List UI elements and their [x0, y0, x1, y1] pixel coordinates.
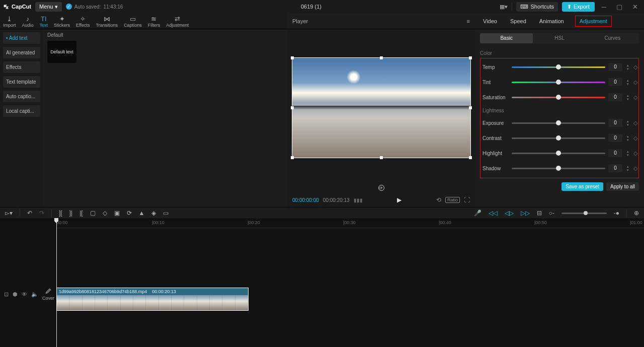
- snap2-icon[interactable]: ◁▷: [505, 210, 514, 217]
- sidebar-item-text-template[interactable]: Text template: [3, 76, 40, 88]
- tool-adjustment[interactable]: ⇄Adjustment: [163, 13, 192, 29]
- sidebar-item-ai-generated[interactable]: AI generated: [3, 47, 40, 58]
- mute-icon[interactable]: 🔈: [31, 291, 38, 298]
- sidebar-item-effects[interactable]: Effects: [3, 61, 40, 73]
- slider-track-exposure[interactable]: [512, 122, 605, 124]
- sidebar-item--add-text[interactable]: • Add text: [3, 32, 40, 44]
- slider-knob-contrast[interactable]: [556, 135, 561, 141]
- mirror-icon[interactable]: ▲: [139, 210, 145, 217]
- slider-stepper-contrast[interactable]: ▴▾: [625, 134, 630, 142]
- slider-stepper-highlight[interactable]: ▴▾: [625, 149, 630, 157]
- zoom-fit-icon[interactable]: ⊕: [634, 210, 639, 217]
- subtab-basic[interactable]: Basic: [480, 33, 533, 43]
- player-canvas[interactable]: [292, 57, 471, 158]
- snap1-icon[interactable]: ◁◁: [489, 210, 498, 217]
- visibility-icon[interactable]: ⬢: [13, 291, 18, 298]
- slider-value-saturation[interactable]: 0: [608, 93, 622, 101]
- slider-value-shadow[interactable]: 0: [608, 164, 622, 172]
- inspector-tab-adjustment[interactable]: Adjustment: [575, 16, 612, 27]
- inspector-tab-video[interactable]: Video: [481, 16, 499, 26]
- tool-import[interactable]: ⤓Import: [0, 13, 19, 29]
- pointer-tool-icon[interactable]: ▻▾: [5, 210, 13, 217]
- subtab-curves[interactable]: Curves: [586, 33, 639, 43]
- slider-value-highlight[interactable]: 0: [608, 149, 622, 157]
- slider-stepper-tint[interactable]: ▴▾: [625, 78, 630, 86]
- minimize-button[interactable]: ─: [599, 3, 609, 11]
- keyframe-temp[interactable]: ◇: [633, 64, 637, 71]
- slider-knob-tint[interactable]: [556, 80, 561, 85]
- slider-track-highlight[interactable]: [512, 153, 605, 154]
- tool-filters[interactable]: ≋Filters: [145, 13, 164, 29]
- keyframe-tint[interactable]: ◇: [633, 79, 637, 86]
- tool-transitions[interactable]: ⋈Transitions: [93, 13, 121, 29]
- zoom-out-icon[interactable]: ○-: [549, 210, 554, 217]
- timeline-tracks[interactable]: 00:00|00:10|00:20|00:30|00:40|00:50|01:0…: [56, 219, 644, 347]
- undo-icon[interactable]: ↶: [27, 210, 32, 217]
- lock-icon[interactable]: ⊡: [4, 291, 9, 298]
- zoom-slider[interactable]: [561, 213, 607, 214]
- scale-icon[interactable]: ⟲: [436, 196, 441, 203]
- split-icon[interactable]: ][: [59, 210, 62, 217]
- default-text-thumb[interactable]: Default text: [47, 41, 76, 63]
- rotate-icon[interactable]: ◈: [151, 210, 156, 217]
- maximize-button[interactable]: ▢: [613, 3, 625, 11]
- play-button[interactable]: ▶: [397, 196, 401, 203]
- freeze-icon[interactable]: ▭: [163, 210, 169, 217]
- tool-stickers[interactable]: ✦Stickers: [51, 13, 73, 29]
- crop-icon[interactable]: ▢: [90, 210, 96, 217]
- slider-knob-saturation[interactable]: [556, 95, 561, 100]
- slider-stepper-saturation[interactable]: ▴▾: [625, 93, 630, 101]
- tool-captions[interactable]: ▭Captions: [121, 13, 145, 29]
- redo-icon[interactable]: ↷: [39, 210, 44, 217]
- tool-text[interactable]: TIText: [37, 13, 51, 29]
- zoom-in-icon[interactable]: -●: [614, 210, 619, 217]
- save-preset-button[interactable]: Save as preset: [561, 182, 603, 191]
- menu-button[interactable]: Menu ▾: [35, 2, 62, 12]
- keyframe-shadow[interactable]: ◇: [633, 165, 637, 172]
- split-right-icon[interactable]: |[: [79, 210, 83, 217]
- player-rotate-icon[interactable]: ⟳: [378, 185, 384, 191]
- inspector-tab-speed[interactable]: Speed: [508, 16, 528, 26]
- playhead[interactable]: [56, 219, 57, 347]
- slider-value-contrast[interactable]: 0: [608, 134, 622, 142]
- tool-audio[interactable]: ♪Audio: [19, 13, 37, 29]
- slider-track-tint[interactable]: [512, 82, 605, 83]
- slider-value-exposure[interactable]: 0: [608, 119, 622, 127]
- slider-track-shadow[interactable]: [512, 168, 605, 169]
- layout-icon[interactable]: ▦▾: [500, 4, 508, 10]
- slider-knob-shadow[interactable]: [556, 166, 561, 171]
- keyframe-saturation[interactable]: ◇: [633, 94, 637, 101]
- inspector-tab-animation[interactable]: Animation: [537, 16, 566, 26]
- cover-button[interactable]: Cover: [42, 288, 54, 301]
- apply-all-button[interactable]: Apply to all: [606, 182, 639, 191]
- split-left-icon[interactable]: ]|: [69, 210, 72, 217]
- slider-track-saturation[interactable]: [512, 97, 605, 98]
- keyframe-exposure[interactable]: ◇: [633, 120, 637, 126]
- sidebar-item-local-capti-[interactable]: Local capti...: [3, 105, 40, 117]
- subtab-hsl[interactable]: HSL: [533, 33, 586, 43]
- snap3-icon[interactable]: ▷▷: [521, 210, 530, 217]
- ratio-button[interactable]: Ratio: [445, 197, 460, 203]
- marker-icon[interactable]: ◇: [103, 210, 107, 217]
- slider-value-temp[interactable]: 0: [608, 63, 622, 71]
- bars-icon[interactable]: ▮▮▮: [354, 197, 363, 203]
- slider-track-temp[interactable]: [512, 66, 605, 68]
- slider-value-tint[interactable]: 0: [608, 78, 622, 86]
- keyframe-contrast[interactable]: ◇: [633, 135, 637, 142]
- sidebar-item-auto-captio-[interactable]: Auto captio...: [3, 91, 40, 102]
- video-clip[interactable]: 1d99a992b8081812346706b9d74b188.mp4 00:0…: [56, 288, 249, 311]
- slider-knob-temp[interactable]: [556, 64, 561, 70]
- track-opt-icon[interactable]: ⊟: [537, 210, 542, 217]
- visibility2-icon[interactable]: 👁: [22, 291, 27, 298]
- slider-stepper-exposure[interactable]: ▴▾: [625, 119, 630, 127]
- mic-icon[interactable]: 🎤: [474, 210, 481, 217]
- slider-stepper-temp[interactable]: ▴▾: [625, 63, 630, 71]
- shortcuts-button[interactable]: ⌨ Shortcuts: [516, 2, 558, 12]
- keyframe-highlight[interactable]: ◇: [633, 150, 637, 157]
- duplicate-icon[interactable]: ▣: [114, 210, 120, 217]
- player-menu-icon[interactable]: ≡: [467, 18, 470, 24]
- fullscreen-icon[interactable]: ⛶: [464, 196, 470, 203]
- slider-track-contrast[interactable]: [512, 137, 605, 139]
- slider-stepper-shadow[interactable]: ▴▾: [625, 164, 630, 172]
- tool-effects[interactable]: ✧Effects: [73, 13, 93, 29]
